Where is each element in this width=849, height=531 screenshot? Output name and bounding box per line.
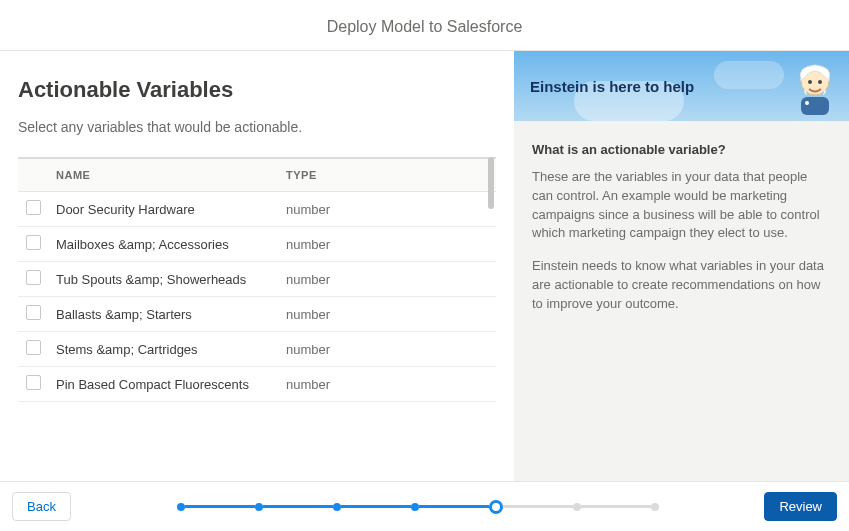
page-heading: Actionable Variables bbox=[18, 77, 496, 103]
left-panel: Actionable Variables Select any variable… bbox=[0, 51, 514, 481]
back-button[interactable]: Back bbox=[12, 492, 71, 521]
progress-segment bbox=[341, 505, 411, 508]
progress-step[interactable] bbox=[333, 503, 341, 511]
help-title: Einstein is here to help bbox=[530, 78, 694, 95]
col-type-header: TYPE bbox=[286, 169, 488, 181]
row-checkbox[interactable] bbox=[26, 305, 41, 320]
row-checkbox[interactable] bbox=[26, 235, 41, 250]
row-checkbox[interactable] bbox=[26, 270, 41, 285]
progress-indicator bbox=[71, 500, 764, 514]
einstein-icon bbox=[787, 59, 843, 119]
progress-step-current[interactable] bbox=[489, 500, 503, 514]
row-type: number bbox=[286, 342, 488, 357]
progress-step[interactable] bbox=[177, 503, 185, 511]
row-checkbox[interactable] bbox=[26, 200, 41, 215]
progress-segment bbox=[263, 505, 333, 508]
table-row[interactable]: Tub Spouts &amp; Showerheads number bbox=[18, 262, 496, 297]
progress-step[interactable] bbox=[651, 503, 659, 511]
variables-table-wrap: NAME TYPE Door Security Hardware number … bbox=[18, 157, 496, 402]
modal-title: Deploy Model to Salesforce bbox=[327, 18, 523, 35]
col-checkbox-header bbox=[26, 169, 56, 181]
progress-step[interactable] bbox=[255, 503, 263, 511]
row-name: Mailboxes &amp; Accessories bbox=[56, 237, 286, 252]
help-header: Einstein is here to help bbox=[514, 51, 849, 121]
svg-point-3 bbox=[818, 80, 822, 84]
row-name: Tub Spouts &amp; Showerheads bbox=[56, 272, 286, 287]
help-question: What is an actionable variable? bbox=[532, 141, 831, 160]
table-header-row: NAME TYPE bbox=[18, 159, 496, 192]
row-type: number bbox=[286, 272, 488, 287]
variables-table: NAME TYPE Door Security Hardware number … bbox=[18, 157, 496, 402]
row-type: number bbox=[286, 202, 488, 217]
row-type: number bbox=[286, 307, 488, 322]
col-name-header: NAME bbox=[56, 169, 286, 181]
table-row[interactable]: Stems &amp; Cartridges number bbox=[18, 332, 496, 367]
svg-rect-4 bbox=[801, 97, 829, 115]
table-scrollbar[interactable] bbox=[488, 157, 494, 209]
progress-segment bbox=[503, 505, 573, 508]
help-paragraph: Einstein needs to know what variables in… bbox=[532, 257, 831, 314]
review-button[interactable]: Review bbox=[764, 492, 837, 521]
help-paragraph: These are the variables in your data tha… bbox=[532, 168, 831, 243]
row-type: number bbox=[286, 377, 488, 392]
table-row[interactable]: Pin Based Compact Fluorescents number bbox=[18, 367, 496, 402]
svg-point-5 bbox=[805, 101, 809, 105]
modal-footer: Back Review bbox=[0, 481, 849, 531]
cloud-decoration bbox=[714, 61, 784, 89]
modal-deploy-model: Deploy Model to Salesforce Actionable Va… bbox=[0, 0, 849, 531]
progress-segment bbox=[419, 505, 489, 508]
progress-segment bbox=[581, 505, 651, 508]
table-row[interactable]: Ballasts &amp; Starters number bbox=[18, 297, 496, 332]
page-subtitle: Select any variables that would be actio… bbox=[18, 119, 496, 135]
help-body: What is an actionable variable? These ar… bbox=[514, 121, 849, 348]
progress-step[interactable] bbox=[411, 503, 419, 511]
row-name: Ballasts &amp; Starters bbox=[56, 307, 286, 322]
row-name: Stems &amp; Cartridges bbox=[56, 342, 286, 357]
row-type: number bbox=[286, 237, 488, 252]
modal-body: Actionable Variables Select any variable… bbox=[0, 51, 849, 481]
help-panel: Einstein is here to help bbox=[514, 51, 849, 481]
table-row[interactable]: Door Security Hardware number bbox=[18, 192, 496, 227]
row-checkbox[interactable] bbox=[26, 340, 41, 355]
row-checkbox[interactable] bbox=[26, 375, 41, 390]
svg-point-2 bbox=[808, 80, 812, 84]
modal-header: Deploy Model to Salesforce bbox=[0, 0, 849, 51]
row-name: Door Security Hardware bbox=[56, 202, 286, 217]
row-name: Pin Based Compact Fluorescents bbox=[56, 377, 286, 392]
progress-segment bbox=[185, 505, 255, 508]
progress-step[interactable] bbox=[573, 503, 581, 511]
table-row[interactable]: Mailboxes &amp; Accessories number bbox=[18, 227, 496, 262]
